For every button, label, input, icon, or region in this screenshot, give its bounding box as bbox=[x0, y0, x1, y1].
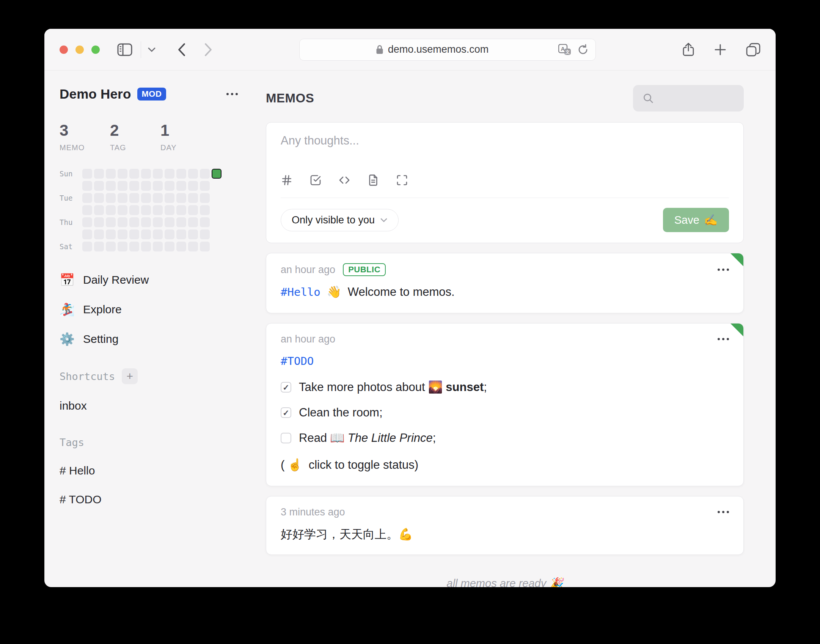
new-tab-icon[interactable] bbox=[714, 44, 726, 56]
checkbox-checked[interactable]: ✓ bbox=[281, 407, 291, 418]
memo-text: 好好学习，天天向上。💪 bbox=[281, 526, 729, 542]
sidebar-toggle-icon[interactable] bbox=[117, 43, 132, 56]
task-item: ✓ Take more photos about🌄sunset; bbox=[281, 379, 729, 396]
traffic-lights bbox=[60, 46, 100, 54]
heatmap-day-labels: SunTueThuSat bbox=[60, 169, 78, 251]
writing-hand-emoji: ✍️ bbox=[704, 214, 718, 226]
user-name[interactable]: Demo Hero bbox=[60, 86, 131, 102]
heatmap-grid bbox=[82, 169, 221, 251]
minimize-window-button[interactable] bbox=[75, 46, 84, 54]
heatmap-cell bbox=[200, 205, 210, 215]
memo-menu-button[interactable] bbox=[718, 269, 729, 271]
pinned-corner bbox=[730, 253, 743, 266]
chevron-down-icon[interactable] bbox=[147, 47, 156, 53]
address-bar[interactable]: demo.usememos.com A 文 bbox=[299, 39, 596, 61]
tab-overview-icon[interactable] bbox=[746, 43, 760, 57]
back-button[interactable] bbox=[178, 43, 186, 57]
heatmap-day-label bbox=[60, 181, 78, 191]
memo-timestamp: an hour ago bbox=[281, 333, 335, 345]
heatmap-cell bbox=[94, 181, 104, 191]
translate-icon[interactable]: A 文 bbox=[558, 44, 571, 55]
heatmap-cell bbox=[118, 169, 127, 179]
task-item: ✓ Clean the room; bbox=[281, 404, 729, 421]
heatmap-day-label: Sun bbox=[60, 169, 78, 179]
shortcuts-label: Shortcuts bbox=[60, 371, 115, 382]
heatmap-cell bbox=[200, 229, 210, 239]
heatmap-cell bbox=[176, 229, 186, 239]
heatmap-day-label: Thu bbox=[60, 217, 78, 227]
user-menu-button[interactable] bbox=[226, 93, 238, 95]
heatmap-cell bbox=[129, 229, 139, 239]
heatmap-cell bbox=[165, 229, 174, 239]
share-icon[interactable] bbox=[682, 42, 694, 57]
close-window-button[interactable] bbox=[60, 46, 68, 54]
sidebar-item-daily-review[interactable]: 📅 Daily Review bbox=[60, 273, 252, 287]
task-note: (☝️ click to toggle status) bbox=[281, 457, 729, 474]
add-shortcut-button[interactable]: + bbox=[122, 368, 138, 384]
heatmap-cell bbox=[153, 217, 163, 227]
heatmap-cell bbox=[165, 193, 174, 203]
heatmap-cell bbox=[188, 169, 198, 179]
heatmap-cell bbox=[129, 217, 139, 227]
heatmap-cell bbox=[94, 169, 104, 179]
heatmap-cell bbox=[106, 169, 116, 179]
heatmap-day-label bbox=[60, 229, 78, 239]
checkbox-tool-icon[interactable] bbox=[309, 174, 322, 186]
heatmap-cell bbox=[82, 169, 92, 179]
more-icon bbox=[718, 269, 729, 271]
heatmap-cell bbox=[106, 217, 116, 227]
sidebar-item-explore[interactable]: 🏂 Explore bbox=[60, 302, 252, 317]
more-icon bbox=[226, 93, 238, 95]
book-emoji: 📖 bbox=[330, 431, 345, 445]
url-text: demo.usememos.com bbox=[388, 44, 489, 55]
stat-tag: 2 TAG bbox=[110, 121, 160, 152]
heatmap-cell bbox=[176, 193, 186, 203]
heatmap-cell bbox=[153, 229, 163, 239]
heatmap-cell bbox=[165, 169, 174, 179]
memo-menu-button[interactable] bbox=[718, 511, 729, 513]
heatmap-cell bbox=[153, 181, 163, 191]
heatmap-cell bbox=[200, 242, 210, 251]
zoom-window-button[interactable] bbox=[91, 46, 100, 54]
mod-badge: MOD bbox=[137, 88, 167, 101]
reload-icon[interactable] bbox=[577, 44, 589, 55]
heatmap-cell bbox=[82, 193, 92, 203]
heatmap-cell bbox=[188, 229, 198, 239]
fullscreen-icon[interactable] bbox=[396, 174, 408, 186]
heatmap-cell bbox=[176, 242, 186, 251]
file-icon[interactable] bbox=[367, 174, 379, 186]
svg-text:文: 文 bbox=[565, 49, 570, 55]
shortcut-item-inbox[interactable]: inbox bbox=[60, 399, 252, 412]
tag-item-hello[interactable]: # Hello bbox=[60, 464, 252, 477]
page-title: MEMOS bbox=[266, 91, 314, 105]
heatmap-cell bbox=[176, 169, 186, 179]
search-bar[interactable] bbox=[633, 85, 744, 112]
heatmap-cell bbox=[188, 181, 198, 191]
heatmap-cell bbox=[153, 205, 163, 215]
heatmap-cell bbox=[141, 193, 151, 203]
memo-feed: an hour ago PUBLIC #Hello 👋 Welcome to m… bbox=[266, 253, 744, 555]
heatmap-cell bbox=[200, 193, 210, 203]
hashtag-icon[interactable] bbox=[281, 174, 293, 186]
heatmap-cell bbox=[141, 242, 151, 251]
visibility-select[interactable]: Only visible to you bbox=[281, 209, 399, 231]
editor-divider bbox=[281, 198, 729, 198]
sidebar-item-setting[interactable]: ⚙️ Setting bbox=[60, 332, 252, 346]
memo-menu-button[interactable] bbox=[718, 338, 729, 340]
code-icon[interactable] bbox=[338, 174, 350, 186]
save-button[interactable]: Save ✍️ bbox=[663, 208, 729, 232]
checkbox-checked[interactable]: ✓ bbox=[281, 382, 291, 393]
heatmap-cell bbox=[106, 181, 116, 191]
memo-tag-link[interactable]: #Hello bbox=[281, 286, 320, 298]
forward-button[interactable] bbox=[204, 43, 212, 57]
memo-tag-link[interactable]: #TODO bbox=[281, 355, 314, 368]
memo-editor-input[interactable] bbox=[281, 134, 729, 170]
heatmap-cell bbox=[153, 193, 163, 203]
browser-toolbar: demo.usememos.com A 文 bbox=[44, 29, 776, 71]
tag-item-todo[interactable]: # TODO bbox=[60, 493, 252, 506]
heatmap-cell bbox=[118, 229, 127, 239]
checkbox-unchecked[interactable]: ✓ bbox=[281, 433, 291, 443]
heatmap-cell bbox=[82, 229, 92, 239]
stat-memo: 3 MEMO bbox=[60, 121, 110, 152]
visibility-badge: PUBLIC bbox=[343, 263, 386, 276]
